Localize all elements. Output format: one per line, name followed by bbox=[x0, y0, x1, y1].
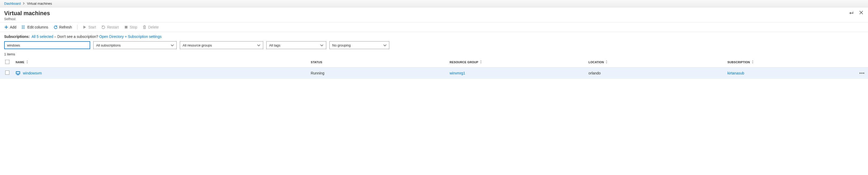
page-subtitle: Selfhost bbox=[4, 17, 50, 21]
add-label: Add bbox=[10, 25, 17, 29]
sort-icon bbox=[480, 60, 482, 64]
items-count: 1 items bbox=[0, 51, 868, 57]
ellipsis-icon: ••• bbox=[859, 71, 865, 75]
col-header-name-label: Name bbox=[16, 60, 25, 64]
row-more-button[interactable]: ••• bbox=[855, 67, 868, 79]
stop-button[interactable]: Stop bbox=[124, 25, 137, 29]
resource-group-filter[interactable]: All resource groups bbox=[180, 41, 263, 49]
resource-group-filter-value: All resource groups bbox=[183, 43, 212, 47]
resource-group-link[interactable]: winvmrg1 bbox=[450, 71, 465, 75]
sort-icon bbox=[605, 60, 608, 64]
col-header-subscription[interactable]: Subscription bbox=[724, 57, 855, 67]
subscriptions-selected-link[interactable]: All 5 selected bbox=[32, 34, 53, 39]
stop-label: Stop bbox=[130, 25, 137, 29]
col-header-status[interactable]: Status bbox=[308, 57, 447, 67]
breadcrumb-current: Virtual machines bbox=[27, 2, 52, 5]
page-header: Virtual machines Selfhost bbox=[0, 7, 868, 22]
svg-rect-4 bbox=[17, 75, 19, 75]
breadcrumb-root-link[interactable]: Dashboard bbox=[4, 2, 21, 5]
vm-name-link[interactable]: windowsvm bbox=[23, 71, 42, 75]
close-icon[interactable] bbox=[859, 10, 864, 15]
toolbar-separator bbox=[77, 25, 78, 29]
grouping-filter-value: No grouping bbox=[332, 43, 351, 47]
command-bar: Add Edit columns Refresh Start Restart S… bbox=[0, 22, 868, 32]
pin-icon[interactable] bbox=[849, 10, 854, 15]
col-header-sub-label: Subscription bbox=[727, 60, 750, 64]
cell-status: Running bbox=[308, 67, 447, 79]
start-button[interactable]: Start bbox=[83, 25, 96, 29]
directory-settings-link[interactable]: Open Directory + Subscription settings bbox=[99, 34, 161, 39]
edit-columns-label: Edit columns bbox=[27, 25, 48, 29]
col-header-name[interactable]: Name bbox=[12, 57, 308, 67]
restart-label: Restart bbox=[107, 25, 119, 29]
columns-icon bbox=[22, 25, 26, 29]
subscription-filter[interactable]: All subscriptions bbox=[93, 41, 177, 49]
svg-rect-2 bbox=[17, 72, 20, 74]
chevron-down-icon bbox=[257, 43, 260, 47]
delete-label: Delete bbox=[148, 25, 159, 29]
chevron-down-icon bbox=[320, 43, 323, 47]
play-icon bbox=[83, 25, 87, 29]
chevron-down-icon bbox=[171, 43, 174, 47]
vm-table: Name Status Resource group Location bbox=[0, 57, 868, 79]
add-button[interactable]: Add bbox=[4, 25, 17, 29]
subscription-filter-value: All subscriptions bbox=[96, 43, 121, 47]
refresh-button[interactable]: Refresh bbox=[54, 25, 72, 29]
refresh-icon bbox=[54, 25, 58, 29]
select-all-checkbox[interactable] bbox=[5, 60, 9, 64]
chevron-right-icon bbox=[23, 2, 25, 5]
col-header-location[interactable]: Location bbox=[585, 57, 724, 67]
row-checkbox[interactable] bbox=[5, 71, 9, 75]
tags-filter-value: All tags bbox=[269, 43, 280, 47]
breadcrumb: Dashboard Virtual machines bbox=[0, 0, 868, 7]
edit-columns-button[interactable]: Edit columns bbox=[22, 25, 48, 29]
svg-rect-0 bbox=[125, 26, 127, 28]
start-label: Start bbox=[88, 25, 96, 29]
title-group: Virtual machines Selfhost bbox=[4, 10, 50, 21]
page-title: Virtual machines bbox=[4, 10, 50, 17]
svg-rect-3 bbox=[17, 74, 19, 75]
chevron-down-icon bbox=[383, 43, 386, 47]
subscription-link[interactable]: kirtanasub bbox=[727, 71, 744, 75]
stop-icon bbox=[124, 25, 128, 29]
tags-filter[interactable]: All tags bbox=[266, 41, 326, 49]
trash-icon bbox=[143, 25, 147, 29]
table-row[interactable]: windowsvm Running winvmrg1 orlando kirta… bbox=[0, 67, 868, 79]
search-input[interactable] bbox=[4, 41, 90, 49]
grouping-filter[interactable]: No grouping bbox=[330, 41, 389, 49]
col-header-actions bbox=[855, 57, 868, 67]
col-header-resource-group[interactable]: Resource group bbox=[446, 57, 585, 67]
refresh-label: Refresh bbox=[59, 25, 72, 29]
col-header-rg-label: Resource group bbox=[450, 60, 478, 64]
sort-icon bbox=[26, 60, 28, 64]
subscriptions-mid-text: – Don't see a subscription? bbox=[54, 34, 99, 39]
col-header-status-label: Status bbox=[311, 60, 322, 64]
restart-button[interactable]: Restart bbox=[101, 25, 119, 29]
subscriptions-bar: Subscriptions: All 5 selected – Don't se… bbox=[0, 32, 868, 39]
subscriptions-label: Subscriptions: bbox=[4, 34, 30, 39]
header-actions bbox=[849, 10, 864, 15]
vm-icon bbox=[16, 71, 20, 75]
sort-icon bbox=[751, 60, 754, 64]
delete-button[interactable]: Delete bbox=[143, 25, 159, 29]
select-all-header bbox=[0, 57, 12, 67]
restart-icon bbox=[101, 25, 105, 29]
cell-location: orlando bbox=[585, 67, 724, 79]
filters-row: All subscriptions All resource groups Al… bbox=[0, 39, 868, 51]
col-header-loc-label: Location bbox=[588, 60, 604, 64]
plus-icon bbox=[4, 25, 8, 29]
